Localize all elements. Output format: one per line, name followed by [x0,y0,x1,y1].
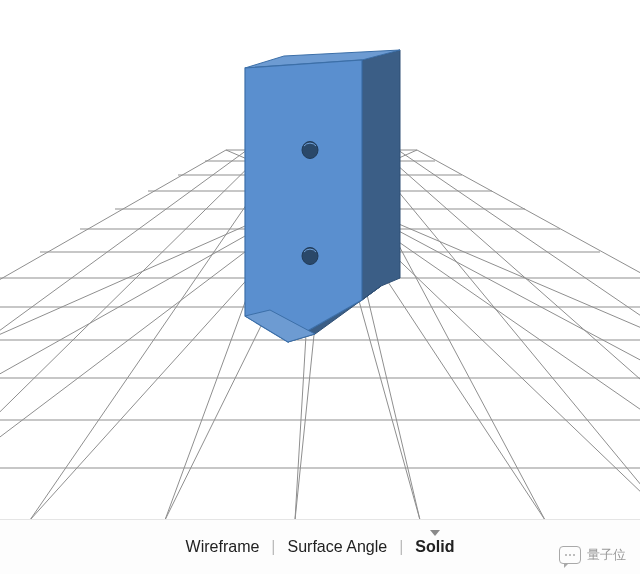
svg-marker-41 [245,60,362,342]
svg-point-43 [302,142,318,159]
svg-point-44 [302,248,318,265]
svg-line-10 [398,150,640,520]
view-mode-wireframe[interactable]: Wireframe [184,538,262,556]
divider: | [399,538,403,556]
svg-line-9 [380,150,640,520]
view-mode-label: Solid [415,538,454,555]
view-mode-surface-angle[interactable]: Surface Angle [286,538,390,556]
svg-marker-38 [362,50,400,300]
svg-line-2 [0,150,266,520]
view-mode-toolbar: Wireframe | Surface Angle | Solid [0,519,640,574]
viewport-3d[interactable] [0,0,640,520]
view-mode-group: Wireframe | Surface Angle | Solid [184,538,457,556]
svg-line-11 [417,150,640,520]
view-mode-solid[interactable]: Solid [413,538,456,556]
caret-down-icon [430,530,440,536]
model-angle-bracket[interactable] [245,50,400,342]
svg-line-8 [364,150,640,520]
scene [0,0,640,520]
divider: | [271,538,275,556]
